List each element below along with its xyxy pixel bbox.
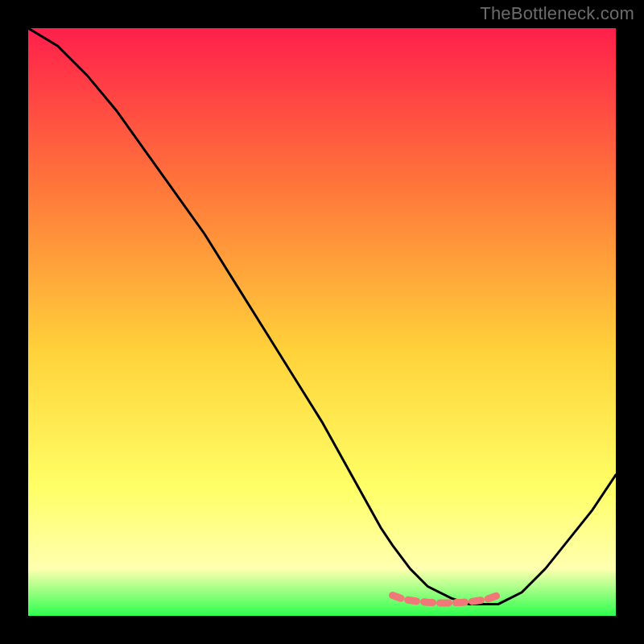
watermark-text: TheBottleneck.com (480, 3, 634, 24)
gradient-background (28, 28, 616, 616)
optimal-region-marker (393, 596, 498, 603)
plot-area (28, 28, 616, 616)
chart-svg (28, 28, 616, 616)
bottleneck-curve (28, 28, 616, 604)
chart-frame: TheBottleneck.com (0, 0, 644, 644)
